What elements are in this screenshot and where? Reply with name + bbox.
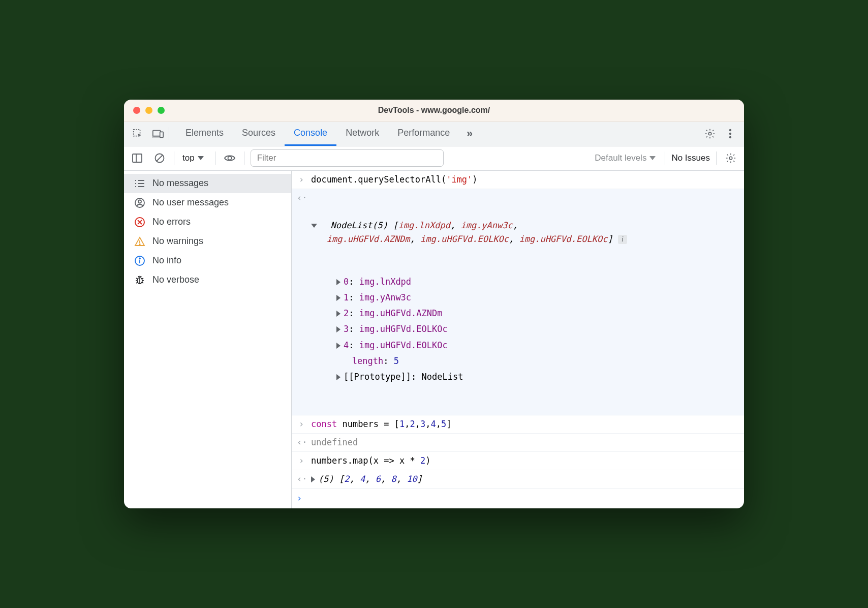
info-icon bbox=[134, 255, 145, 266]
window-title: DevTools - www.google.com/ bbox=[124, 106, 744, 115]
svg-line-11 bbox=[157, 155, 163, 161]
console-input-row[interactable]: › const numbers = [1,2,3,4,5] bbox=[292, 415, 744, 434]
output-marker-icon: ‹· bbox=[297, 191, 306, 205]
sidebar-item-messages[interactable]: No messages bbox=[124, 174, 291, 193]
svg-point-6 bbox=[729, 133, 731, 135]
console-settings-icon[interactable] bbox=[723, 150, 739, 166]
close-window-button[interactable] bbox=[133, 107, 140, 114]
console-prompt[interactable]: › bbox=[292, 489, 744, 508]
svg-point-7 bbox=[729, 136, 731, 138]
console-input-row[interactable]: › document.querySelectorAll('img') bbox=[292, 171, 744, 189]
separator bbox=[169, 127, 169, 140]
maximize-window-button[interactable] bbox=[158, 107, 165, 114]
sidebar-label: No messages bbox=[152, 178, 208, 189]
separator bbox=[244, 151, 244, 165]
sidebar-label: No verbose bbox=[152, 275, 199, 285]
log-levels-selector[interactable]: Default levels bbox=[595, 153, 659, 163]
output-marker-icon: ‹· bbox=[297, 472, 306, 486]
filter-input[interactable] bbox=[251, 149, 444, 167]
svg-rect-8 bbox=[133, 154, 142, 162]
live-expression-icon[interactable] bbox=[222, 150, 238, 166]
output-marker-icon: ‹· bbox=[297, 436, 306, 449]
sidebar-item-user-messages[interactable]: No user messages bbox=[124, 193, 291, 212]
console-result: (5) [2, 4, 6, 8, 10] bbox=[311, 472, 739, 486]
bug-icon bbox=[134, 275, 145, 286]
sidebar-item-warnings[interactable]: No warnings bbox=[124, 232, 291, 251]
settings-icon[interactable] bbox=[700, 124, 720, 143]
minimize-window-button[interactable] bbox=[145, 107, 152, 114]
separator bbox=[716, 151, 717, 165]
clear-console-icon[interactable] bbox=[151, 150, 168, 166]
console-code: document.querySelectorAll('img') bbox=[311, 173, 739, 187]
separator bbox=[665, 151, 665, 165]
error-icon bbox=[134, 217, 145, 228]
device-toolbar-icon[interactable] bbox=[148, 124, 168, 143]
svg-point-12 bbox=[228, 157, 231, 160]
toggle-sidebar-icon[interactable] bbox=[129, 150, 145, 166]
issues-label[interactable]: No Issues bbox=[671, 153, 710, 163]
context-selector[interactable]: top bbox=[180, 153, 209, 163]
tab-sources[interactable]: Sources bbox=[233, 121, 285, 146]
message-sidebar: No messages No user messages No error bbox=[124, 171, 292, 509]
more-options-icon[interactable] bbox=[721, 124, 740, 143]
separator bbox=[215, 151, 215, 165]
separator bbox=[174, 151, 174, 165]
sidebar-label: No errors bbox=[152, 217, 191, 227]
console-content: No messages No user messages No error bbox=[124, 171, 744, 509]
svg-rect-1 bbox=[153, 131, 161, 136]
svg-point-4 bbox=[708, 132, 711, 135]
tab-network[interactable]: Network bbox=[336, 121, 388, 146]
sidebar-label: No user messages bbox=[152, 197, 229, 208]
levels-label: Default levels bbox=[595, 153, 646, 163]
more-tabs-icon[interactable]: » bbox=[460, 124, 479, 143]
console-input-row[interactable]: › numbers.map(x => x * 2) bbox=[292, 452, 744, 470]
warning-icon bbox=[134, 236, 145, 247]
svg-point-21 bbox=[138, 200, 141, 203]
input-marker-icon: › bbox=[297, 173, 306, 187]
console-result: NodeList(5) [img.lnXdpd, img.yAnw3c, img… bbox=[311, 191, 739, 413]
console-code: const numbers = [1,2,3,4,5] bbox=[311, 417, 739, 431]
panel-tabs: Elements Sources Console Network Perform… bbox=[176, 121, 459, 146]
dropdown-icon bbox=[649, 156, 656, 160]
svg-rect-3 bbox=[160, 132, 163, 137]
svg-line-36 bbox=[136, 282, 138, 283]
titlebar: DevTools - www.google.com/ bbox=[124, 100, 744, 122]
svg-line-37 bbox=[142, 282, 143, 283]
traffic-lights bbox=[133, 107, 165, 114]
svg-point-5 bbox=[729, 129, 731, 131]
svg-point-13 bbox=[729, 157, 732, 160]
input-marker-icon: › bbox=[297, 417, 306, 431]
tab-performance[interactable]: Performance bbox=[388, 121, 459, 146]
console-result: undefined bbox=[311, 436, 739, 449]
devtools-window: DevTools - www.google.com/ Elements Sour… bbox=[124, 100, 744, 509]
console-output-row[interactable]: ‹· undefined bbox=[292, 434, 744, 452]
console-output-row[interactable]: ‹· NodeList(5) [img.lnXdpd, img.yAnw3c, … bbox=[292, 189, 744, 415]
svg-line-35 bbox=[142, 278, 143, 279]
list-icon bbox=[134, 178, 145, 189]
user-icon bbox=[134, 197, 145, 208]
input-marker-icon: › bbox=[297, 454, 306, 468]
sidebar-item-verbose[interactable]: No verbose bbox=[124, 270, 291, 290]
console-output-row[interactable]: ‹· (5) [2, 4, 6, 8, 10] bbox=[292, 470, 744, 489]
main-tabbar: Elements Sources Console Network Perform… bbox=[124, 122, 744, 146]
console-output[interactable]: › document.querySelectorAll('img') ‹· No… bbox=[292, 171, 744, 509]
sidebar-label: No warnings bbox=[152, 236, 203, 247]
console-toolbar: top Default levels No Issues bbox=[124, 146, 744, 171]
svg-point-29 bbox=[139, 258, 140, 259]
svg-point-26 bbox=[139, 244, 140, 245]
inspect-element-icon[interactable] bbox=[128, 124, 147, 143]
sidebar-item-errors[interactable]: No errors bbox=[124, 212, 291, 232]
svg-line-34 bbox=[136, 278, 138, 279]
tab-console[interactable]: Console bbox=[285, 121, 336, 146]
sidebar-item-info[interactable]: No info bbox=[124, 251, 291, 270]
context-label: top bbox=[182, 153, 195, 163]
tab-elements[interactable]: Elements bbox=[176, 121, 233, 146]
console-code: numbers.map(x => x * 2) bbox=[311, 454, 739, 468]
dropdown-icon bbox=[198, 156, 204, 160]
sidebar-label: No info bbox=[152, 255, 181, 266]
